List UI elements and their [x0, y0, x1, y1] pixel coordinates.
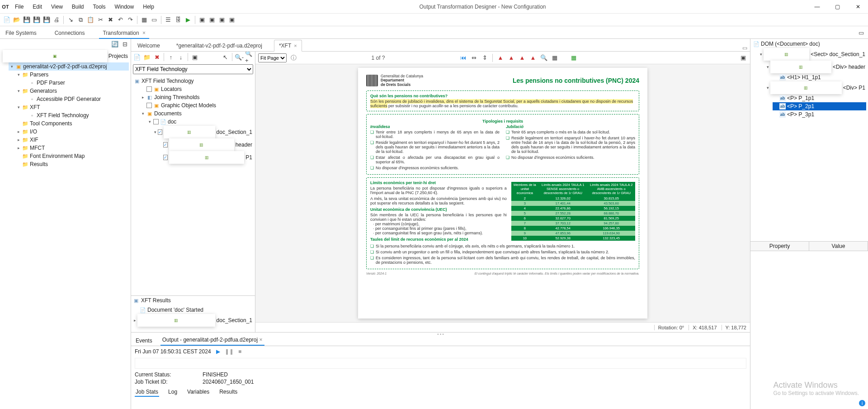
excel-icon[interactable]: ▦ — [570, 54, 578, 62]
preview-canvas[interactable]: Generalitat de Catalunya Departament de … — [255, 64, 750, 322]
project-tree[interactable]: ▣Projects ▾▣generalitat-v2-pdf-2-pdf-ua.… — [0, 49, 131, 409]
up-icon[interactable]: ↑ — [167, 53, 175, 61]
tree-xft-field[interactable]: XFT Field Technology — [37, 111, 89, 119]
tab-connections[interactable]: Connections — [51, 28, 89, 38]
zoom-select[interactable]: Fit Page — [258, 53, 287, 62]
menu-tools[interactable]: Tools — [89, 2, 110, 12]
tree-parsers[interactable]: Parsers — [30, 71, 48, 79]
export3-icon[interactable]: ▣ — [218, 16, 226, 24]
paste-icon[interactable]: 📋 — [86, 16, 94, 24]
settings-icon[interactable]: ▣ — [739, 54, 747, 62]
checkbox-icon[interactable] — [153, 119, 159, 124]
stop-icon[interactable]: ■ — [236, 348, 244, 355]
minimize-button[interactable]: — — [807, 0, 827, 14]
delete-icon[interactable]: ✖ — [153, 53, 161, 61]
props-col-value[interactable]: Value — [809, 242, 868, 251]
tab-output[interactable]: Output - generalitat-pdf-2-pdfua.d2eproj… — [160, 335, 264, 346]
xft-documents[interactable]: Documents — [154, 109, 182, 118]
list-icon[interactable]: ☰ — [164, 16, 172, 24]
close-icon[interactable]: × — [294, 43, 297, 48]
xft-results-tree[interactable]: 📄Document 'doc' Started ▸▥doc_Section_1 — [131, 305, 255, 332]
collapse-icon[interactable]: ⊟ — [121, 40, 129, 48]
subtab-variables[interactable]: Variables — [186, 388, 210, 397]
tree-io[interactable]: I/O — [30, 128, 37, 136]
run-icon[interactable]: ▶ — [184, 16, 192, 24]
tab-project[interactable]: *generalitat-v2-pdf-2-pdf-ua.d2eproj — [172, 40, 267, 51]
dock-icon[interactable]: ▭ — [742, 45, 750, 51]
tree-generators[interactable]: Generators — [30, 87, 57, 95]
subtab-log[interactable]: Log — [167, 388, 178, 397]
dom-p3p1[interactable]: <P> P_3p1 — [787, 110, 814, 119]
menu-edit[interactable]: Edit — [28, 2, 46, 12]
tab-transformation[interactable]: Transformation × — [99, 28, 149, 38]
subtab-jobstats[interactable]: Job Stats — [135, 388, 159, 397]
refresh-icon[interactable]: 🔄 — [111, 40, 119, 48]
tree-project[interactable]: generalitat-v2-pdf-2-pdf-ua.d2eproj — [23, 62, 107, 71]
delete-icon[interactable]: ✖ — [106, 16, 114, 24]
print-icon[interactable]: 🖨 — [52, 16, 61, 24]
grid-icon[interactable]: ▦ — [551, 54, 559, 62]
dom-h1[interactable]: <H1> H1_1p1 — [787, 73, 821, 81]
checkbox-icon[interactable]: ✓ — [163, 155, 168, 160]
first-page-icon[interactable]: ⏮ — [459, 54, 467, 62]
zoom-in-icon[interactable]: 🔍+ — [245, 53, 253, 61]
xft-tree[interactable]: ▣XFT Field Technology ▣Locators ▸◧Joinin… — [131, 76, 255, 296]
close-icon[interactable]: × — [141, 30, 146, 36]
marker2-icon[interactable]: ▲ — [507, 54, 515, 62]
cursor-icon[interactable]: ↖ — [221, 53, 229, 61]
dom-sect[interactable]: <Sect> doc_Section_1 — [811, 50, 865, 58]
marker1-icon[interactable]: ▲ — [496, 54, 505, 62]
tree-xif[interactable]: XIF — [30, 136, 38, 144]
close-icon[interactable]: × — [259, 337, 263, 343]
xft-header[interactable]: header — [236, 141, 252, 149]
import-icon[interactable]: ↘ — [66, 16, 75, 24]
close-button[interactable]: ✕ — [848, 0, 868, 14]
xft-p1[interactable]: P1 — [245, 153, 252, 162]
subtab-results[interactable]: Results — [218, 388, 238, 397]
menu-file[interactable]: File — [11, 2, 28, 12]
xft-doc[interactable]: doc — [168, 118, 176, 126]
tree-projects[interactable]: Projects — [108, 52, 128, 60]
tree-mfct[interactable]: MFCT — [30, 144, 45, 152]
export-icon[interactable]: ▣ — [198, 16, 206, 24]
props-col-property[interactable]: Property — [750, 242, 809, 251]
tab-welcome[interactable]: Welcome — [133, 40, 165, 51]
marker3-icon[interactable]: ▲ — [518, 54, 526, 62]
xft-root[interactable]: XFT Field Technology — [142, 77, 194, 85]
zoom-out-icon[interactable]: 🔍- — [235, 53, 243, 61]
checkbox-icon[interactable] — [146, 86, 152, 92]
menu-window[interactable]: Window — [111, 2, 138, 12]
dock-icon[interactable]: ▭ — [857, 29, 865, 37]
xft-locators[interactable]: Locators — [161, 85, 182, 93]
checkbox-icon[interactable]: ✓ — [163, 142, 168, 147]
result-row-0[interactable]: Document 'doc' Started — [147, 306, 203, 314]
cut-icon[interactable]: ✂ — [96, 16, 104, 24]
props-icon[interactable]: ▣ — [191, 53, 199, 61]
save-icon[interactable]: 💾 — [23, 16, 31, 24]
tree-pdf-parser[interactable]: PDF Parser — [37, 79, 65, 87]
undo-icon[interactable]: ↶ — [116, 16, 124, 24]
export4-icon[interactable]: ▣ — [228, 16, 236, 24]
tree-font-env[interactable]: Font Environment Map — [30, 152, 85, 160]
copy-icon[interactable]: ⧉ — [76, 16, 85, 24]
checkbox-icon[interactable]: ✓ — [158, 129, 162, 135]
tab-file-systems[interactable]: File Systems — [2, 28, 40, 38]
checkbox-icon[interactable] — [146, 103, 152, 108]
page-icon[interactable]: ▭ — [150, 16, 158, 24]
save-as-icon[interactable]: 💾 — [42, 16, 51, 24]
down-icon[interactable]: ↓ — [177, 53, 185, 61]
tree-xft[interactable]: XFT — [30, 103, 40, 111]
result-row-1[interactable]: doc_Section_1 — [217, 316, 252, 324]
info-icon[interactable]: ⓘ — [289, 54, 297, 62]
info-icon[interactable]: i — [859, 400, 865, 406]
dom-p1p1[interactable]: <P> P_1p1 — [787, 94, 814, 102]
maximize-button[interactable]: ▢ — [827, 0, 848, 14]
play-icon[interactable]: ▶ — [215, 348, 222, 355]
search-icon[interactable]: 🔍 — [540, 54, 548, 62]
tab-events[interactable]: Events — [134, 336, 154, 346]
tree-apg[interactable]: Accessible PDF Generator — [37, 95, 101, 103]
pause-icon[interactable]: ❚❚ — [226, 348, 233, 355]
dom-tree[interactable]: 📄DOM (<Document> doc) ▾▥<Sect> doc_Secti… — [750, 39, 868, 242]
tree-tool-components[interactable]: Tool Components — [30, 119, 72, 128]
xft-joining[interactable]: Joining Thresholds — [154, 93, 200, 101]
